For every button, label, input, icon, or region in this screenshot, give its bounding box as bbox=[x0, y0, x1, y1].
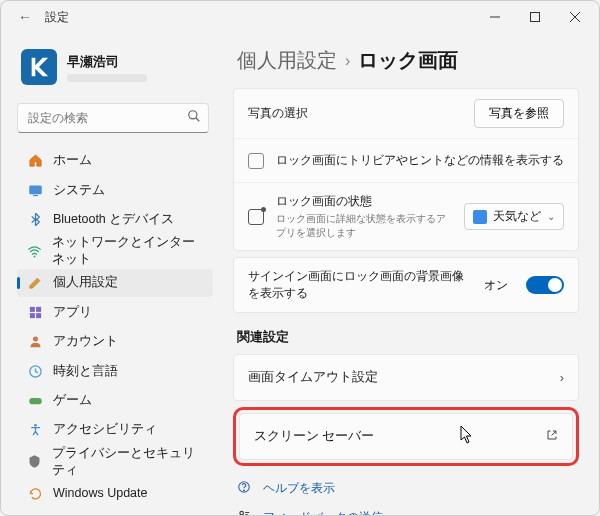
feedback-link[interactable]: フィードバックの送信 bbox=[233, 503, 579, 515]
sidebar-item-home[interactable]: ホーム bbox=[17, 147, 213, 174]
sidebar-item-label: Windows Update bbox=[53, 486, 148, 500]
browse-photo-button[interactable]: 写真を参照 bbox=[474, 99, 564, 128]
state-select-value: 天気など bbox=[493, 208, 541, 225]
sidebar-item-personalization[interactable]: 個人用設定 bbox=[17, 269, 213, 296]
update-icon bbox=[27, 485, 43, 501]
sidebar-item-label: 時刻と言語 bbox=[53, 363, 118, 380]
sidebar-item-bluetooth[interactable]: Bluetooth とデバイス bbox=[17, 206, 213, 233]
help-link[interactable]: ヘルプを表示 bbox=[233, 474, 579, 503]
search-input[interactable] bbox=[17, 103, 209, 133]
apps-icon bbox=[27, 304, 43, 320]
personalization-icon bbox=[27, 275, 43, 291]
minimize-icon bbox=[490, 12, 500, 22]
trivia-row[interactable]: ロック画面にトリビアやヒントなどの情報を表示する bbox=[234, 138, 578, 182]
photo-row: 写真の選択 写真を参照 bbox=[234, 89, 578, 138]
svg-rect-1 bbox=[531, 13, 540, 22]
user-subline bbox=[67, 74, 147, 82]
state-app-select[interactable]: 天気など ⌄ bbox=[464, 203, 564, 230]
svg-rect-12 bbox=[36, 313, 41, 318]
trivia-checkbox[interactable] bbox=[248, 153, 264, 169]
user-name: 早瀬浩司 bbox=[67, 53, 147, 71]
timeout-label: 画面タイムアウト設定 bbox=[248, 369, 560, 386]
svg-point-16 bbox=[34, 424, 37, 427]
chevron-right-icon: › bbox=[560, 370, 564, 385]
signin-toggle[interactable] bbox=[526, 276, 564, 294]
feedback-icon bbox=[237, 509, 253, 515]
svg-point-4 bbox=[189, 111, 197, 119]
help-icon bbox=[237, 480, 253, 497]
sidebar-item-label: システム bbox=[53, 182, 105, 199]
trivia-label: ロック画面にトリビアやヒントなどの情報を表示する bbox=[276, 152, 564, 169]
home-icon bbox=[27, 153, 43, 169]
svg-point-8 bbox=[34, 255, 36, 257]
svg-line-5 bbox=[196, 118, 200, 122]
related-section-title: 関連設定 bbox=[237, 329, 579, 346]
breadcrumb-parent[interactable]: 個人用設定 bbox=[237, 47, 337, 74]
sidebar-item-system[interactable]: システム bbox=[17, 176, 213, 203]
timeout-row[interactable]: 画面タイムアウト設定 › bbox=[233, 354, 579, 401]
screensaver-row[interactable]: スクリーン セーバー bbox=[239, 413, 573, 460]
account-icon bbox=[27, 334, 43, 350]
lock-state-icon bbox=[248, 209, 264, 225]
avatar-k-icon bbox=[28, 56, 50, 78]
avatar bbox=[21, 49, 57, 85]
bluetooth-icon bbox=[27, 212, 43, 228]
screensaver-highlight: スクリーン セーバー bbox=[233, 407, 579, 466]
sidebar-item-label: アプリ bbox=[53, 304, 92, 321]
svg-rect-10 bbox=[36, 307, 41, 312]
gaming-icon bbox=[27, 393, 43, 409]
signin-card: サインイン画面にロック画面の背景画像を表示する オン bbox=[233, 257, 579, 313]
svg-rect-11 bbox=[29, 313, 34, 318]
sidebar-item-network[interactable]: ネットワークとインターネット bbox=[17, 235, 213, 267]
svg-rect-6 bbox=[29, 185, 42, 194]
accessibility-icon bbox=[27, 422, 43, 438]
svg-point-18 bbox=[244, 490, 245, 491]
window-title: 設定 bbox=[37, 9, 475, 26]
maximize-icon bbox=[530, 12, 540, 22]
state-title: ロック画面の状態 bbox=[276, 193, 452, 210]
titlebar: ← 設定 bbox=[1, 1, 599, 33]
sidebar-item-label: アクセシビリティ bbox=[53, 421, 157, 438]
svg-rect-15 bbox=[29, 398, 42, 404]
lock-screen-card: 写真の選択 写真を参照 ロック画面にトリビアやヒントなどの情報を表示する ロック… bbox=[233, 88, 579, 251]
search-icon bbox=[187, 109, 201, 126]
svg-rect-9 bbox=[29, 307, 34, 312]
help-label: ヘルプを表示 bbox=[263, 480, 335, 497]
close-button[interactable] bbox=[555, 3, 595, 31]
sidebar-item-label: アカウント bbox=[53, 333, 118, 350]
screensaver-label: スクリーン セーバー bbox=[254, 428, 546, 445]
sidebar-item-apps[interactable]: アプリ bbox=[17, 299, 213, 326]
sidebar-item-account[interactable]: アカウント bbox=[17, 328, 213, 355]
search-box[interactable] bbox=[17, 103, 209, 133]
back-button[interactable]: ← bbox=[13, 9, 37, 25]
maximize-button[interactable] bbox=[515, 3, 555, 31]
signin-label: サインイン画面にロック画面の背景画像を表示する bbox=[248, 268, 472, 302]
sidebar-item-gaming[interactable]: ゲーム bbox=[17, 387, 213, 414]
chevron-down-icon: ⌄ bbox=[547, 211, 555, 222]
sidebar-item-label: ネットワークとインターネット bbox=[52, 234, 203, 268]
sidebar-item-privacy[interactable]: プライバシーとセキュリティ bbox=[17, 446, 213, 478]
state-row: ロック画面の状態 ロック画面に詳細な状態を表示するアプリを選択します 天気など … bbox=[234, 182, 578, 250]
sidebar-item-label: ホーム bbox=[53, 152, 92, 169]
sidebar-item-update[interactable]: Windows Update bbox=[17, 480, 213, 507]
sidebar-item-time[interactable]: 時刻と言語 bbox=[17, 357, 213, 384]
svg-rect-7 bbox=[33, 194, 38, 195]
sidebar-item-label: Bluetooth とデバイス bbox=[53, 211, 174, 228]
signin-row: サインイン画面にロック画面の背景画像を表示する オン bbox=[234, 258, 578, 312]
svg-point-19 bbox=[240, 511, 244, 514]
sidebar-item-label: プライバシーとセキュリティ bbox=[52, 445, 203, 479]
settings-window: ← 設定 早瀬浩司 bbox=[0, 0, 600, 516]
sidebar-item-label: ゲーム bbox=[53, 392, 92, 409]
chevron-right-icon: › bbox=[345, 52, 350, 70]
minimize-button[interactable] bbox=[475, 3, 515, 31]
sidebar: 早瀬浩司 ホーム システム Bluetooth とデバイス bbox=[1, 33, 221, 515]
photo-label: 写真の選択 bbox=[248, 105, 462, 122]
sidebar-item-accessibility[interactable]: アクセシビリティ bbox=[17, 416, 213, 443]
user-block[interactable]: 早瀬浩司 bbox=[17, 41, 213, 99]
system-icon bbox=[27, 182, 43, 198]
svg-point-13 bbox=[33, 337, 38, 342]
privacy-icon bbox=[27, 454, 42, 470]
breadcrumb: 個人用設定 › ロック画面 bbox=[237, 47, 579, 74]
time-icon bbox=[27, 363, 43, 379]
network-icon bbox=[27, 243, 42, 259]
